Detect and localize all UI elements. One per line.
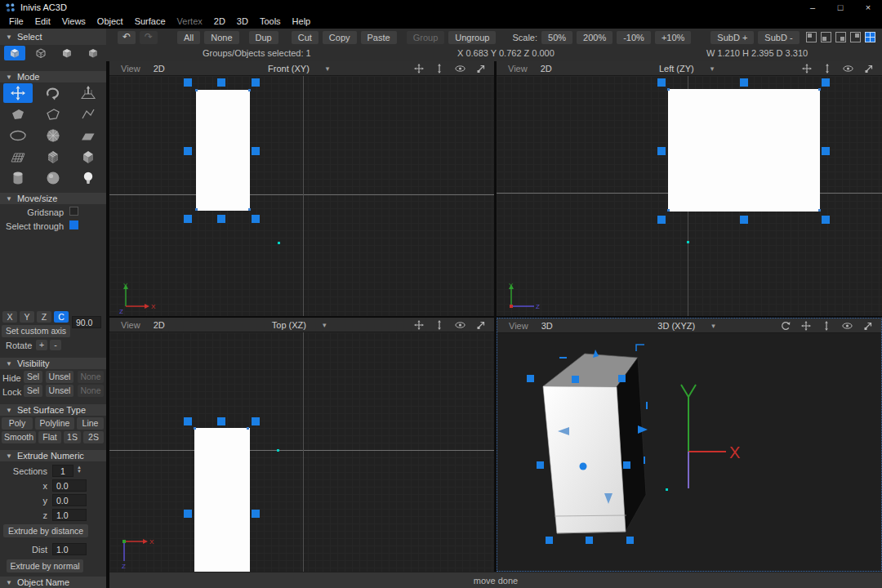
axis-y-button[interactable]: Y [20,311,34,323]
object-select-button[interactable] [30,46,51,60]
duplicate-button[interactable]: Dup [249,31,278,44]
selection-handle[interactable] [657,216,666,224]
selection-handle[interactable] [822,216,830,224]
surface-select-button[interactable] [56,46,78,60]
scale-200-button[interactable]: 200% [577,31,612,44]
vertex-dot[interactable] [248,208,251,211]
viewport-name[interactable]: Left (ZY) [659,64,694,74]
cut-button[interactable]: Cut [292,31,318,44]
minimize-button[interactable]: – [799,0,826,15]
eye-icon[interactable] [455,320,466,330]
disk-tool[interactable] [38,126,68,145]
sections-field[interactable]: 1 [52,465,74,477]
cylinder-tool[interactable] [3,168,33,188]
menu-2d[interactable]: 2D [208,15,231,29]
axis-custom-button[interactable]: C [54,311,69,323]
fit-vertical-icon[interactable] [822,64,832,74]
scale-minus10-button[interactable]: -10% [617,31,651,44]
selection-handle[interactable] [657,78,666,87]
selection-handle[interactable] [657,147,666,155]
selection-handle[interactable] [217,78,225,87]
selection-handle[interactable] [184,417,192,425]
viewport-top-canvas[interactable]: X Z [109,332,494,572]
extrude-section-header[interactable]: ▼ Extrude Numeric [0,450,106,461]
selection-handle[interactable] [184,510,192,518]
close-button[interactable]: × [854,0,882,15]
menu-object[interactable]: Object [91,15,129,29]
grid-tool[interactable] [3,147,33,167]
move-tool[interactable] [3,83,33,103]
maximize-icon[interactable] [476,320,486,330]
mesh-cube-tool[interactable] [38,147,68,167]
menu-help[interactable]: Help [287,15,317,29]
two-sided-button[interactable]: 2S [83,431,104,443]
dropdown-arrow-icon[interactable]: ▾ [323,321,327,329]
dist-field[interactable]: 1.0 [52,543,87,555]
selection-handle[interactable] [252,510,260,518]
select-through-checkbox[interactable] [69,220,78,229]
vertex-dot[interactable] [195,89,198,91]
set-custom-axis-button[interactable]: Set custom axis [2,325,70,337]
selection-handle[interactable] [184,78,192,87]
sections-stepper[interactable]: ▲ ▼ [77,466,82,474]
pan-icon[interactable] [414,320,424,330]
selection-handle[interactable] [252,215,260,223]
subd-minus-button[interactable]: SubD - [758,31,799,44]
selection-handle[interactable] [822,147,830,155]
maximize-icon[interactable] [863,321,873,331]
rotate-minus-button[interactable]: - [50,340,61,350]
selection-handle[interactable] [184,147,192,155]
extrude-x-field[interactable]: 0.0 [52,479,87,492]
object-center-dot[interactable] [580,463,587,470]
extrude-by-distance-button[interactable]: Extrude by distance [3,524,88,537]
layout-pane-icon[interactable] [835,32,846,42]
select-none-button[interactable]: None [204,31,238,44]
group-select-button[interactable] [4,46,25,60]
box-tool[interactable] [74,147,103,167]
poly-button[interactable]: Poly [2,417,33,430]
vertex-dot[interactable] [818,209,821,212]
object-top-face[interactable] [194,428,250,572]
layout-bottom-icon[interactable] [821,32,831,42]
polygon-fill-tool[interactable] [3,105,33,124]
sphere-tool[interactable] [38,168,68,188]
viewport-name[interactable]: 3D (XYZ) [657,321,695,331]
rotate-tool[interactable] [38,83,68,103]
menu-views[interactable]: Views [56,15,91,29]
vertex-dot[interactable] [248,89,251,91]
layout-quad-icon[interactable] [865,32,875,42]
box-front-face[interactable] [543,386,626,533]
polyline-button[interactable]: Polyline [35,417,74,430]
hide-unsel-button[interactable]: Unsel [46,371,74,383]
selection-handle[interactable] [740,78,748,87]
stepper-down-icon[interactable]: ▼ [77,470,82,474]
pan-icon[interactable] [802,64,812,74]
selection-handle[interactable] [822,78,830,87]
eye-icon[interactable] [843,64,853,74]
select-all-button[interactable]: All [177,31,200,44]
viewport-left-selector[interactable]: Left (ZY) ▾ [659,64,714,74]
extrude-y-field[interactable]: 0.0 [52,494,87,506]
polyline-tool[interactable] [74,105,103,124]
vertex-dot[interactable] [667,209,670,212]
scale-50-button[interactable]: 50% [541,31,572,44]
viewport-3d-canvas[interactable]: X [497,333,881,571]
mode-section-header[interactable]: ▼ Mode [0,71,106,82]
fit-vertical-icon[interactable] [434,64,444,74]
menu-file[interactable]: File [3,15,29,29]
subd-plus-button[interactable]: SubD + [710,31,754,44]
viewport-front-selector[interactable]: Front (XY) ▾ [268,64,329,74]
rotate-plus-button[interactable]: + [36,340,47,350]
paste-button[interactable]: Paste [361,31,397,44]
viewport-3d-selector[interactable]: 3D (XYZ) ▾ [657,321,715,331]
fit-vertical-icon[interactable] [822,321,831,331]
maximize-icon[interactable] [864,64,874,74]
menu-3d[interactable]: 3D [231,15,254,29]
vertex-dot[interactable] [194,427,196,430]
copy-button[interactable]: Copy [323,31,357,44]
light-tool[interactable] [74,168,103,188]
selection-handle[interactable] [252,417,260,425]
smooth-button[interactable]: Smooth [2,431,36,443]
dropdown-arrow-icon[interactable]: ▾ [710,65,715,73]
vertex-select-button[interactable] [82,46,104,60]
